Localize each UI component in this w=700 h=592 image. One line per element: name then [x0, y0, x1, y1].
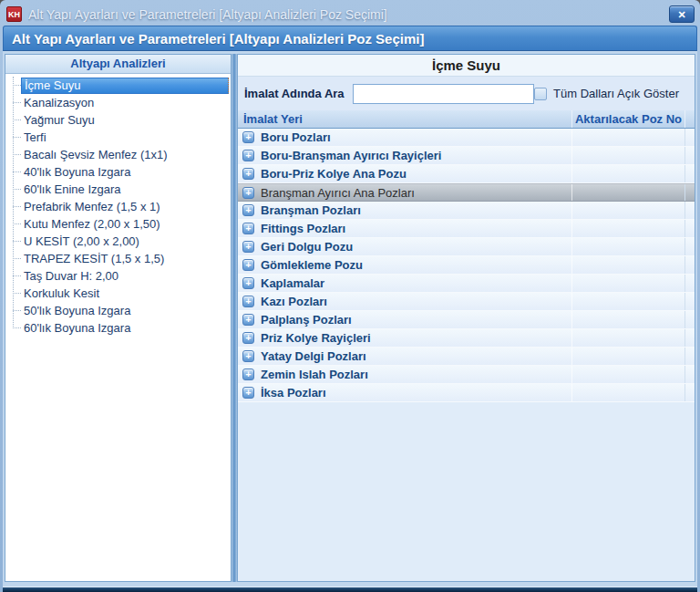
tree-item-label: TRAPEZ KESİT (1,5 x 1,5)	[21, 251, 229, 266]
expand-plus-icon[interactable]: +	[242, 387, 254, 399]
row-label: Kaplamalar	[261, 276, 324, 290]
tree-item[interactable]: 40'lık Boyuna Izgara	[5, 163, 229, 181]
dialog-body: Altyapı Analizleri İçme SuyuKanalizasyon…	[3, 51, 697, 587]
grid-header: İmalat Yeri Aktarılacak Poz No	[238, 110, 695, 129]
tree-item[interactable]: Terfi	[5, 129, 229, 146]
close-button[interactable]: ✕	[669, 5, 695, 23]
table-row[interactable]: +Priz Kolye Rayiçleri	[238, 329, 695, 348]
tree-item[interactable]: İçme Suyu	[5, 77, 229, 94]
row-label: İksa Pozları	[261, 386, 326, 400]
table-row[interactable]: +Fittings Pozları	[238, 220, 695, 238]
table-row[interactable]: +İksa Pozları	[238, 384, 695, 402]
tree-item-label: Kanalizasyon	[21, 95, 229, 110]
row-imalat-yeri-cell: +Branşman Pozları	[238, 202, 572, 219]
expand-plus-icon[interactable]: +	[242, 332, 254, 344]
tree-item[interactable]: 60'lık Boyuna Izgara	[5, 319, 229, 337]
tree-item[interactable]: Prefabrik Menfez (1,5 x 1)	[5, 198, 229, 215]
poz-panel: İçme Suyu İmalat Adında Ara Tüm Dalları …	[237, 54, 695, 582]
row-imalat-yeri-cell: +Gömlekleme Pozu	[238, 256, 572, 274]
expand-plus-icon[interactable]: +	[242, 314, 254, 326]
row-label: Boru-Priz Kolye Ana Pozu	[261, 167, 407, 181]
table-row[interactable]: +Boru Pozları	[238, 129, 695, 147]
table-row[interactable]: +Kaplamalar	[238, 275, 695, 293]
row-poz-no-cell	[572, 147, 685, 164]
tree-item-label: Yağmur Suyu	[21, 112, 229, 128]
tree-item[interactable]: U KESİT (2,00 x 2,00)	[5, 233, 229, 250]
table-row[interactable]: +Zemin Islah Pozları	[238, 366, 695, 384]
tree-item[interactable]: 50'lık Boyuna Izgara	[5, 302, 229, 319]
tree-item-label: U KESİT (2,00 x 2,00)	[21, 234, 229, 249]
dialog-header: Alt Yapı Ayarları ve Parametreleri [Alty…	[3, 26, 697, 51]
row-imalat-yeri-cell: +Kazı Pozları	[238, 293, 572, 310]
app-window: KH Alt Yapı Ayarları ve Parametreleri [A…	[0, 0, 700, 592]
row-imalat-yeri-cell: +İksa Pozları	[238, 384, 572, 401]
dialog-header-text: Alt Yapı Ayarları ve Parametreleri [Alty…	[12, 31, 424, 47]
row-label: Boru Pozları	[261, 130, 331, 144]
expand-all-group: Tüm Dalları Açık Göster	[534, 87, 679, 100]
expand-plus-icon[interactable]: +	[242, 204, 254, 216]
table-row[interactable]: +Gömlekleme Pozu	[238, 256, 695, 275]
row-poz-no-cell	[572, 256, 685, 274]
expand-plus-icon[interactable]: +	[242, 131, 254, 143]
tree-item-label: 60'lık Boyuna Izgara	[21, 320, 229, 336]
expand-plus-icon[interactable]: +	[242, 187, 254, 199]
tree-item-label: Kutu Menfez (2,00 x 1,50)	[21, 216, 229, 232]
row-label: Yatay Delgi Pozları	[261, 349, 366, 363]
row-label: Palplanş Pozları	[261, 313, 352, 327]
row-poz-no-cell	[572, 202, 685, 219]
row-poz-no-cell	[572, 220, 685, 237]
row-imalat-yeri-cell: +Kaplamalar	[238, 275, 572, 292]
row-label: Gömlekleme Pozu	[261, 258, 363, 272]
row-poz-no-cell	[572, 311, 685, 328]
table-row[interactable]: +Branşman Pozları	[238, 202, 695, 220]
tree-item[interactable]: TRAPEZ KESİT (1,5 x 1,5)	[5, 250, 229, 267]
tree-item[interactable]: Yağmur Suyu	[5, 111, 229, 129]
tree-item[interactable]: Kutu Menfez (2,00 x 1,50)	[5, 215, 229, 233]
tree-item[interactable]: Bacalı Şevsiz Menfez (1x1)	[5, 146, 229, 163]
row-imalat-yeri-cell: +Yatay Delgi Pozları	[238, 348, 572, 365]
expand-plus-icon[interactable]: +	[242, 277, 254, 289]
tree-item[interactable]: Taş Duvar H: 2,00	[5, 267, 229, 285]
expand-plus-icon[interactable]: +	[242, 150, 254, 161]
window-bottom-edge	[3, 587, 697, 592]
table-row[interactable]: +Branşman Ayırıcı Ana Pozları	[238, 183, 695, 202]
tree-item-label: Taş Duvar H: 2,00	[21, 268, 229, 284]
row-poz-no-cell	[572, 238, 685, 255]
tree-item[interactable]: Korkuluk Kesit	[5, 285, 229, 302]
expand-plus-icon[interactable]: +	[242, 296, 254, 307]
analysis-panel: Altyapı Analizleri İçme SuyuKanalizasyon…	[5, 54, 232, 582]
tree-item-label: 60'lık Enine Izgara	[21, 182, 229, 197]
expand-all-checkbox[interactable]	[534, 88, 547, 100]
analysis-panel-header: Altyapı Analizleri	[5, 55, 231, 74]
table-row[interactable]: +Geri Dolgu Pozu	[238, 238, 695, 256]
tree-item-label: Prefabrik Menfez (1,5 x 1)	[21, 199, 229, 214]
analysis-tree: İçme SuyuKanalizasyonYağmur SuyuTerfiBac…	[5, 74, 231, 581]
expand-plus-icon[interactable]: +	[242, 241, 254, 253]
column-header-poz-no[interactable]: Aktarılacak Poz No	[572, 110, 685, 128]
expand-all-label: Tüm Dalları Açık Göster	[553, 87, 679, 100]
expand-plus-icon[interactable]: +	[242, 369, 254, 380]
row-poz-no-cell	[572, 275, 685, 292]
expand-plus-icon[interactable]: +	[242, 168, 254, 180]
tree-item-label: Bacalı Şevsiz Menfez (1x1)	[21, 147, 229, 162]
row-label: Geri Dolgu Pozu	[261, 240, 353, 254]
table-row[interactable]: +Kazı Pozları	[238, 293, 695, 311]
column-header-imalat-yeri[interactable]: İmalat Yeri	[238, 110, 572, 128]
search-input[interactable]	[353, 84, 534, 104]
table-row[interactable]: +Boru-Priz Kolye Ana Pozu	[238, 165, 695, 183]
app-icon: KH	[6, 6, 22, 22]
table-row[interactable]: +Yatay Delgi Pozları	[238, 348, 695, 366]
row-imalat-yeri-cell: +Zemin Islah Pozları	[238, 366, 572, 383]
row-imalat-yeri-cell: +Branşman Ayırıcı Ana Pozları	[238, 184, 572, 201]
title-bar[interactable]: KH Alt Yapı Ayarları ve Parametreleri [A…	[3, 3, 697, 26]
expand-plus-icon[interactable]: +	[242, 350, 254, 362]
expand-plus-icon[interactable]: +	[242, 223, 254, 234]
expand-plus-icon[interactable]: +	[242, 259, 254, 271]
tree-item[interactable]: 60'lık Enine Izgara	[5, 181, 229, 198]
tree-item[interactable]: Kanalizasyon	[5, 94, 229, 111]
tree-item-label: 50'lık Boyuna Izgara	[21, 303, 229, 318]
table-row[interactable]: +Boru-Branşman Ayırıcı Rayiçleri	[238, 147, 695, 165]
row-poz-no-cell	[572, 293, 685, 310]
table-row[interactable]: +Palplanş Pozları	[238, 311, 695, 329]
window-title: Alt Yapı Ayarları ve Parametreleri [Alty…	[28, 7, 387, 22]
